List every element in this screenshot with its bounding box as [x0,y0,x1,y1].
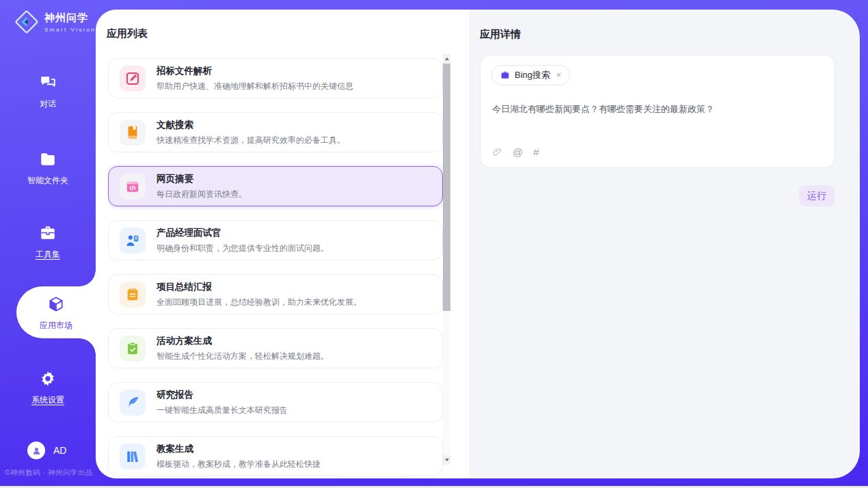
app-list: 招标文件解析 帮助用户快速、准确地理解和解析招标书中的关键信息 文献搜索 快速精… [108,58,443,478]
close-icon[interactable]: × [555,70,562,80]
list-scrollbar[interactable] [443,54,450,465]
app-description: 智能生成个性化活动方案，轻松解决规划难题。 [157,351,329,362]
app-text: 产品经理面试官 明确身份和职责，为您提供专业性的面试问题。 [157,227,329,254]
app-list-title: 应用列表 [107,27,148,40]
app-list-panel: 应用列表 招标文件解析 帮助用户快速、准确地理解和解析招标书中的关键信息 [96,10,469,478]
app-text: 研究报告 一键智能生成高质量长文本研究报告 [157,389,288,416]
app-icon-glyph [125,341,140,356]
sidebar-item-settings[interactable]: 系统设置 [0,370,96,406]
user-account[interactable]: AD [27,442,66,459]
app-title: 教案生成 [157,443,321,455]
app-window: 神州问学 Smart Vision 对话 智能文件夹 工具集 应用市场 系统设置… [0,0,868,488]
scrollbar-thumb[interactable] [443,64,450,311]
avatar [27,442,45,459]
brand-subtitle: Smart Vision [44,27,96,33]
copyright-text: ©神州数码 · 神州问学出品 [5,468,94,478]
sidebar-item-label: 智能文件夹 [0,175,96,187]
app-title: 产品经理面试官 [157,227,329,239]
app-text: 项目总结汇报 全面回顾项目进展，总结经验教训，助力未来优化发展。 [157,281,362,308]
app-icon [120,66,146,92]
tool-chip-label: Bing搜索 [515,69,550,81]
scroll-up-button[interactable] [443,54,450,64]
app-title: 招标文件解析 [157,65,353,77]
app-title: 文献搜索 [157,119,345,131]
triangle-up-icon [445,57,449,60]
hash-icon[interactable]: # [533,146,539,158]
app-detail-title: 应用详情 [480,28,521,41]
app-icon-glyph [125,449,140,464]
attachment-toolbar: @ # [492,146,539,158]
run-button[interactable]: 运行 [799,185,835,206]
app-list-item[interactable]: 教案生成 模板驱动，教案秒成，教学准备从此轻松快捷 [108,436,443,476]
app-list-item[interactable]: 产品经理面试官 明确身份和职责，为您提供专业性的面试问题。 [108,220,443,260]
scroll-down-button[interactable] [443,455,450,465]
app-list-item[interactable]: 项目总结汇报 全面回顾项目进展，总结经验教训，助力未来优化发展。 [108,274,443,314]
app-icon-glyph [125,71,140,86]
app-text: 教案生成 模板驱动，教案秒成，教学准备从此轻松快捷 [157,443,321,470]
app-icon [120,174,146,200]
person-icon [31,446,42,456]
app-icon [120,336,146,362]
sidebar-item-label: 工具集 [0,249,96,260]
sidebar-item-label: 对话 [0,98,96,110]
prompt-card: Bing搜索 × 今日湖北有哪些新闻要点？有哪些需要关注的最新政策？ @ # [480,55,835,168]
app-description: 每日政府新闻资讯快查。 [157,189,247,200]
app-title: 研究报告 [157,389,288,401]
folder-icon [39,150,57,168]
app-description: 全面回顾项目进展，总结经验教训，助力未来优化发展。 [157,297,362,308]
app-icon [120,228,146,254]
app-list-item[interactable]: 网页摘要 每日政府新闻资讯快查。 [108,166,443,206]
app-text: 招标文件解析 帮助用户快速、准确地理解和解析招标书中的关键信息 [157,65,353,92]
app-icon-glyph [125,179,140,194]
app-icon [120,444,146,470]
briefcase-icon [500,70,510,80]
sidebar-item-label: 应用市场 [16,320,96,331]
sidebar-item-chat[interactable]: 对话 [0,74,96,110]
triangle-down-icon [445,459,449,461]
brand-name: 神州问学 [44,12,96,25]
mention-icon[interactable]: @ [513,146,523,158]
app-description: 帮助用户快速、准确地理解和解析招标书中的关键信息 [157,81,353,92]
gear-icon [39,370,57,388]
app-description: 快速精准查找学术资源，提高研究效率的必备工具。 [157,135,345,146]
app-list-item[interactable]: 研究报告 一键智能生成高质量长文本研究报告 [108,382,443,422]
sidebar-item-label: 系统设置 [0,394,96,406]
app-description: 模板驱动，教案秒成，教学准备从此轻松快捷 [157,459,321,470]
toolbox-icon [39,224,57,242]
app-icon-glyph [125,125,140,140]
app-title: 活动方案生成 [157,335,329,347]
app-icon [120,282,146,308]
app-title: 项目总结汇报 [157,281,362,293]
app-text: 活动方案生成 智能生成个性化活动方案，轻松解决规划难题。 [157,335,329,362]
app-list-item[interactable]: 招标文件解析 帮助用户快速、准确地理解和解析招标书中的关键信息 [108,58,443,98]
app-icon-glyph [125,395,140,410]
app-title: 网页摘要 [157,173,247,185]
sidebar-item-app-market[interactable]: 应用市场 [16,286,96,338]
content-area: 应用列表 招标文件解析 帮助用户快速、准确地理解和解析招标书中的关键信息 [96,10,860,478]
query-text-input[interactable]: 今日湖北有哪些新闻要点？有哪些需要关注的最新政策？ [492,103,824,116]
app-text: 文献搜索 快速精准查找学术资源，提高研究效率的必备工具。 [157,119,345,146]
cube-icon [47,295,65,313]
tool-chip-bing-search[interactable]: Bing搜索 × [491,65,570,85]
app-detail-panel: 应用详情 Bing搜索 × 今日湖北有哪些新闻要点？有哪些需要关注的最新政策？ … [469,10,860,478]
user-initials: AD [53,445,66,456]
brand-logo: 神州问学 Smart Vision [14,9,96,35]
app-description: 一键智能生成高质量长文本研究报告 [157,405,288,416]
logo-text: 神州问学 Smart Vision [44,12,96,33]
app-list-item[interactable]: 文献搜索 快速精准查找学术资源，提高研究效率的必备工具。 [108,112,443,152]
logo-diamond-icon [14,9,40,35]
app-icon [120,120,146,146]
paperclip-icon[interactable] [492,147,502,157]
sidebar-item-smart-folder[interactable]: 智能文件夹 [0,150,96,187]
app-icon-glyph [125,233,140,248]
app-icon [120,390,146,416]
chat-icon [39,74,57,92]
app-text: 网页摘要 每日政府新闻资讯快查。 [157,173,247,200]
app-description: 明确身份和职责，为您提供专业性的面试问题。 [157,243,329,254]
app-list-item[interactable]: 活动方案生成 智能生成个性化活动方案，轻松解决规划难题。 [108,328,443,368]
sidebar-item-toolset[interactable]: 工具集 [0,224,96,260]
app-icon-glyph [125,287,140,302]
